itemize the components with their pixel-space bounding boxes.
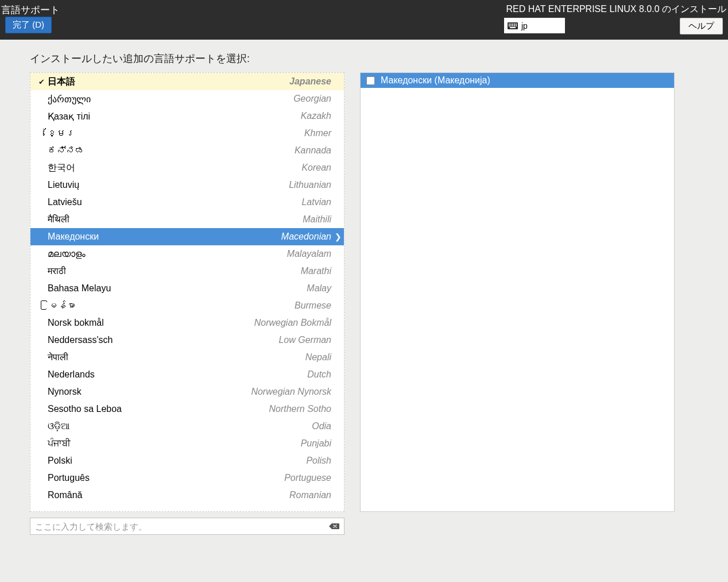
- language-row[interactable]: RomânăRomanian: [30, 487, 344, 504]
- language-native-name: Nynorsk: [48, 387, 251, 397]
- instruction-label: インストールしたい追加の言語サポートを選択:: [30, 52, 250, 65]
- language-row[interactable]: ქართულიGeorgian: [30, 90, 344, 107]
- language-english-name: Odia: [312, 421, 338, 431]
- language-english-name: Latvian: [301, 197, 338, 207]
- language-english-name: Malay: [307, 283, 338, 294]
- language-native-name: मैथिली: [48, 214, 303, 225]
- language-list[interactable]: ✔日本語JapaneseქართულიGeorgianҚазақ тіліKaz…: [30, 72, 344, 512]
- language-native-name: Latviešu: [48, 197, 301, 207]
- svg-rect-8: [512, 25, 513, 26]
- language-english-name: Dutch: [307, 369, 338, 380]
- language-row[interactable]: Bahasa MelayuMalay: [30, 280, 344, 297]
- clear-search-icon[interactable]: [329, 522, 339, 530]
- language-row[interactable]: NederlandsDutch: [30, 366, 344, 383]
- language-english-name: Khmer: [304, 128, 338, 138]
- language-row[interactable]: नेपालीNepali: [30, 349, 344, 366]
- language-english-name: Burmese: [295, 300, 338, 311]
- language-row[interactable]: PortuguêsPortuguese: [30, 469, 344, 487]
- language-native-name: Қазақ тілі: [48, 111, 301, 122]
- language-row[interactable]: ខ្មែរKhmer: [30, 125, 344, 142]
- language-native-name: Nederlands: [48, 369, 307, 380]
- language-row[interactable]: मैथिलीMaithili: [30, 211, 344, 228]
- language-native-name: Norsk bokmål: [48, 318, 254, 328]
- language-english-name: Japanese: [289, 76, 338, 87]
- locale-label: Македонски (Македонија): [381, 75, 490, 86]
- checkmark-icon: ✔: [35, 78, 48, 86]
- language-row[interactable]: NynorskNorwegian Nynorsk: [30, 383, 344, 400]
- language-english-name: Norwegian Nynorsk: [251, 387, 338, 397]
- language-row[interactable]: МакедонскиMacedonian❯: [30, 228, 344, 245]
- svg-rect-1: [509, 24, 510, 25]
- language-english-name: Kannada: [295, 145, 338, 156]
- language-row[interactable]: ଓଡ଼ିଆOdia: [30, 418, 344, 435]
- language-native-name: Македонски: [48, 232, 281, 242]
- language-row[interactable]: Sesotho sa LeboaNorthern Sotho: [30, 400, 344, 418]
- language-english-name: Portuguese: [284, 473, 338, 483]
- language-native-name: മലയാളം: [48, 249, 287, 259]
- language-native-name: Bahasa Melayu: [48, 283, 307, 294]
- svg-rect-4: [514, 24, 515, 25]
- locale-list[interactable]: Македонски (Македонија): [360, 72, 675, 512]
- language-native-name: Sesotho sa Leboa: [48, 404, 269, 414]
- chevron-right-icon: ❯: [335, 232, 342, 241]
- help-button[interactable]: ヘルプ: [680, 18, 723, 34]
- language-row[interactable]: ✔日本語Japanese: [30, 73, 344, 90]
- language-english-name: Polish: [306, 456, 338, 466]
- language-english-name: Lithuanian: [289, 180, 338, 190]
- language-row[interactable]: ਪੰਜਾਬੀPunjabi: [30, 435, 344, 452]
- language-row[interactable]: ಕನ್ನಡKannada: [30, 142, 344, 159]
- language-english-name: Korean: [301, 163, 338, 173]
- language-english-name: Kazakh: [301, 111, 338, 121]
- language-row[interactable]: မြန်မာBurmese: [30, 297, 344, 314]
- language-native-name: ଓଡ଼ିଆ: [48, 421, 312, 431]
- language-english-name: Nepali: [305, 352, 338, 363]
- language-native-name: 日本語: [48, 76, 289, 88]
- svg-rect-10: [516, 25, 517, 26]
- search-box[interactable]: [30, 518, 344, 535]
- language-row[interactable]: മലയാളംMalayalam: [30, 245, 344, 263]
- language-row[interactable]: LietuviųLithuanian: [30, 176, 344, 194]
- language-native-name: ქართული: [48, 94, 293, 105]
- svg-rect-2: [510, 24, 512, 25]
- language-english-name: Maithili: [303, 214, 338, 225]
- keyboard-indicator[interactable]: jp: [504, 18, 565, 33]
- language-native-name: नेपाली: [48, 352, 305, 363]
- language-english-name: Macedonian: [281, 232, 338, 242]
- locale-checkbox[interactable]: [366, 76, 375, 85]
- page-title: 言語サポート: [1, 3, 60, 17]
- search-input[interactable]: [35, 522, 329, 531]
- language-row[interactable]: LatviešuLatvian: [30, 194, 344, 211]
- language-native-name: ਪੰਜਾਬੀ: [48, 438, 301, 449]
- svg-rect-11: [510, 27, 516, 28]
- language-english-name: Punjabi: [301, 438, 338, 449]
- done-button[interactable]: 完了 (D): [5, 17, 52, 33]
- language-english-name: Northern Sotho: [269, 404, 338, 414]
- language-english-name: Malayalam: [287, 249, 338, 259]
- svg-rect-6: [509, 25, 510, 26]
- language-row[interactable]: Қазақ тіліKazakh: [30, 107, 344, 125]
- language-native-name: ಕನ್ನಡ: [48, 145, 295, 156]
- language-native-name: Română: [48, 490, 289, 500]
- language-english-name: Marathi: [301, 266, 338, 276]
- svg-rect-9: [514, 25, 515, 26]
- language-native-name: Lietuvių: [48, 180, 289, 190]
- language-native-name: မြန်မာ: [48, 300, 295, 311]
- language-english-name: Norwegian Bokmål: [254, 318, 338, 328]
- svg-rect-5: [516, 24, 517, 25]
- svg-rect-7: [510, 25, 512, 26]
- keyboard-icon: [508, 22, 518, 30]
- language-english-name: Romanian: [289, 490, 338, 500]
- locale-row[interactable]: Македонски (Македонија): [361, 73, 674, 88]
- language-english-name: Low German: [278, 335, 338, 345]
- install-product-label: RED HAT ENTERPRISE LINUX 8.0.0 のインストール: [506, 3, 726, 16]
- language-english-name: Georgian: [293, 94, 338, 104]
- language-native-name: 한국어: [48, 162, 301, 174]
- language-row[interactable]: PolskiPolish: [30, 452, 344, 469]
- language-row[interactable]: 한국어Korean: [30, 159, 344, 176]
- keyboard-layout-label: jp: [521, 21, 528, 30]
- language-row[interactable]: Neddersass'schLow German: [30, 332, 344, 349]
- language-row[interactable]: Norsk bokmålNorwegian Bokmål: [30, 314, 344, 332]
- language-native-name: Polski: [48, 456, 306, 466]
- language-native-name: ខ្មែរ: [48, 128, 304, 138]
- language-row[interactable]: मराठीMarathi: [30, 263, 344, 280]
